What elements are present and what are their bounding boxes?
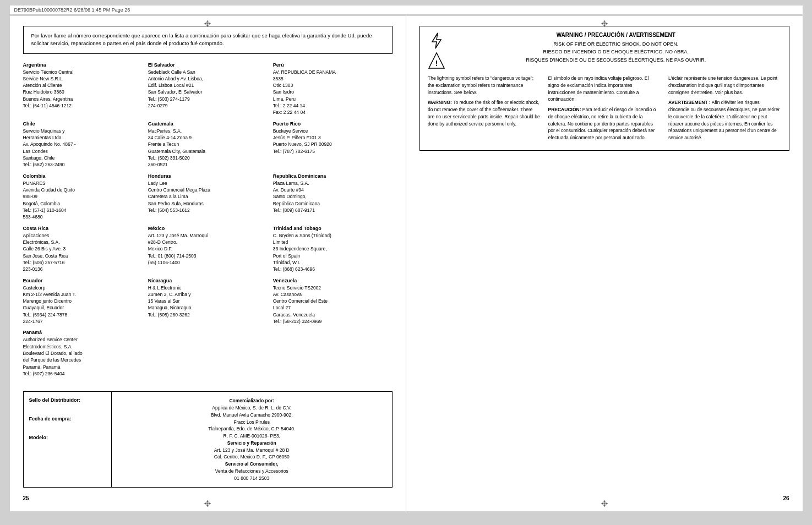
country-line: Av. Apoquindo No. 4867 - [23,141,143,147]
warning-col-warning: PRECAUCIÓN: Para reducir el riesgo de in… [548,106,661,141]
country-section-colombia: ColombiaPUNARESAvenida Ciudad de Quito#8… [23,173,143,221]
country-line: Tel.: (562) 263-2490 [23,161,143,168]
reg-mark-bottom-right [601,500,608,507]
warning-col-intro: L'éclair représente une tension dangereu… [668,75,781,96]
country-line: Tel.: (54-11) 4546-1212 [23,102,143,109]
country-line: (55) 1106-1400 [148,259,268,266]
country-line: Tel.: (809) 687-9171 [273,207,393,214]
page-number-right: 26 [783,495,789,501]
warning-header: ! WARNING / PRECAUCIÓN / AVERTISSEMENT R… [428,32,781,69]
country-line: Jesús P. Piñero #101 3 [273,134,393,141]
country-line: Port of Spain [273,253,393,259]
country-name: Honduras [148,173,268,180]
country-line: Authorized Service Center [23,336,143,343]
country-line: #88-09 [23,193,143,200]
comercial-line: Tlalnepantla, Edo. de México, C.P. 54040… [117,425,387,433]
country-line: Sedeblack Calle A San [148,69,268,75]
country-line: Avenida Ciudad de Quito [23,187,143,193]
country-line: Av. Casanova [273,291,393,298]
country-line: Herramientas Ltda. [23,134,143,141]
warning-line2: RIESGO DE INCENDIO O DE CHOQUE ELÉCTRICO… [451,48,781,56]
warning-box: ! WARNING / PRECAUCIÓN / AVERTISSEMENT R… [419,26,789,151]
country-line: Service New S.R.L. [23,75,143,82]
warning-icons: ! [428,32,445,69]
warning-line1: RISK OF FIRE OR ELECTRIC SHOCK. DO NOT O… [451,40,781,48]
comercial-line: Col. Centro, Mexico D. F., CP 06050 [117,453,387,461]
warning-col-intro: The lightning symbol refers to "dangerou… [428,75,541,96]
country-line: 33 Independence Square, [273,245,393,252]
country-line: Las Condes [23,148,143,155]
warning-col-2: L'éclair représente une tension dangereu… [668,75,781,145]
country-name: Republica Dominicana [273,173,393,180]
stamp-row: Modelo: [29,435,106,440]
country-line: Tel.: (868) 623-4696 [273,266,393,272]
country-line: San Salvador, El Salvador [148,89,268,95]
country-name: Guatemala [148,121,268,128]
country-line: Tecno Servicio TS2002 [273,285,393,291]
country-name: Costa Rica [23,225,143,232]
country-section-ecuador: EcuadorCastelcorpKm 2-1/2 Avenida Juan T… [23,277,143,325]
lightning-icon [428,32,445,50]
country-line: #28-D Centro. [148,239,268,245]
country-line: Electrónicas, S.A. [23,239,143,245]
country-line: Santo Domingo, [273,193,393,200]
country-line: MacPartes, S.A. [148,128,268,134]
country-line: Antonio Abad y Av. Lisboa, [148,75,268,82]
comercial-line: Applica de México, S. de R. L. de C.V. [117,404,387,412]
country-line: Fax: 2 22 44 04 [273,109,393,116]
comercial-line: Art. 123 y José Ma. Marroquí # 28 D [117,447,387,454]
country-line: Electrodomésticos, S.A. [23,343,143,350]
country-line: Tel.: 01 (800) 714-2503 [148,253,268,259]
warning-col-label: WARNING: [428,100,452,105]
country-section-guatemala: GuatemalaMacPartes, S.A.34 Calle 4-14 Zo… [148,121,268,168]
country-name: Puerto Rico [273,121,393,128]
country-name: Chile [23,121,143,128]
warning-col-1: El símbolo de un rayo indica voltaje pel… [548,75,661,145]
country-line: Tel.: (504) 553-1612 [148,207,268,214]
country-line: Tel.: (787) 782-6175 [273,148,393,155]
country-line: Castelcorp [23,285,143,291]
country-section-méxico: MéxicoArt. 123 y José Ma. Marroquí#28-D … [148,225,268,273]
country-line: Tel.: (505) 260-3262 [148,311,268,318]
intro-box: Por favor llame al número correspondient… [23,26,393,54]
country-line: Lady Lee [148,180,268,187]
country-line: del Parque de las Mercedes [23,357,143,363]
warning-col-warning: AVERTISSEMENT : Afin d'éviter les risque… [668,99,781,141]
country-line: 533-4680 [23,214,143,220]
country-line: Santiago, Chile [23,155,143,161]
reg-mark-top-right [601,20,608,27]
comercial-line: Servicio al Consumidor, [117,461,387,468]
warning-columns: The lightning symbol refers to "dangerou… [428,75,781,145]
comercial-title: Comercializado por: [117,397,387,404]
file-info: DE790BPub100000782R2 6/28/06 1:45 PM Pag… [14,7,130,13]
page-number-left: 25 [23,495,29,501]
country-name: Panamá [23,329,143,336]
comercial-line: Servicio y Reparación [117,440,387,447]
warning-col-0: The lightning symbol refers to "dangerou… [428,75,541,145]
country-line: Tel.: (507) 236-5404 [23,370,143,377]
svg-marker-0 [432,33,441,48]
comercial-line: R. F. C. AME-001026- PE3. [117,433,387,440]
country-line: Km 2-1/2 Avenida Juan T. [23,291,143,298]
country-section-panamá: PanamáAuthorized Service CenterElectrodo… [23,329,143,377]
country-line: San Pedro Sula, Honduras [148,200,268,207]
country-line: Tel.: 2 22 44 14 [273,102,393,109]
country-grid: ArgentinaServicio Técnico CentralService… [23,62,393,382]
country-line: Buenos Aires, Argentina [23,96,143,102]
country-section-republica-dominicana: Republica DominicanaPlaza Lama, S.A.Av. … [273,173,393,221]
stamp-label: Fecha de compra: [29,416,106,422]
country-line: Ruiz Huidobro 3860 [23,89,143,95]
country-section-costa-rica: Costa RicaAplicacionesElectrónicas, S.A.… [23,225,143,273]
warning-col-warning: WARNING: To reduce the risk of fire or e… [428,99,541,127]
country-section-argentina: ArgentinaServicio Técnico CentralService… [23,62,143,116]
country-line: Managua, Nicaragua [148,304,268,311]
country-line: Carretera a la Lima [148,193,268,200]
country-name: Ecuador [23,277,143,285]
warning-col-label: PRECAUCIÓN: [548,107,581,112]
country-line: Local 27 [273,304,393,311]
country-line: H & L Electronic [148,285,268,291]
country-line: AV. REPUBLICA DE PANAMA [273,69,393,75]
country-name: Nicaragua [148,277,268,285]
country-line: 15 Varas al Sur [148,298,268,304]
country-section-perú: PerúAV. REPUBLICA DE PANAMA3535Otic 1303… [273,62,393,116]
